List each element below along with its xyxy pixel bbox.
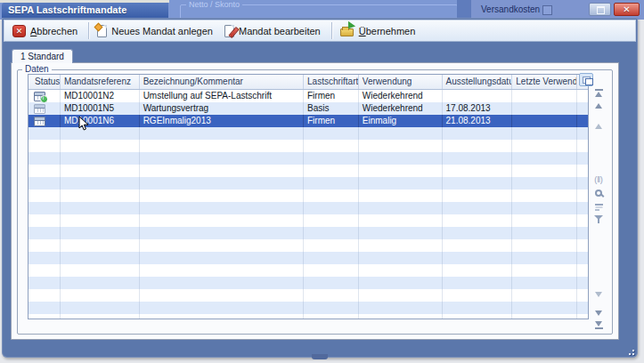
fit-column-width-icon[interactable]: (‖): [590, 173, 607, 186]
empty-table-row: [29, 264, 588, 277]
empty-table-row: [29, 239, 588, 252]
column-header-verwendung[interactable]: Verwendung: [359, 75, 443, 89]
column-header-letzte-verwendung[interactable]: Letzte Verwendung: [512, 75, 577, 89]
scroll-to-top-icon[interactable]: [590, 86, 607, 99]
empty-table-row: [29, 252, 588, 264]
neues-mandat-anlegen-button[interactable]: Neues Mandat anlegen: [93, 23, 220, 39]
sort-icon[interactable]: [590, 201, 607, 214]
empty-table-row: [29, 277, 588, 289]
check-badge-icon: [40, 95, 48, 103]
background-shipping-area: Versandkosten ✕: [471, 0, 644, 20]
row-up-icon[interactable]: [590, 112, 607, 125]
dialog-titlebar[interactable]: SEPA Lastschriftmandate: [2, 3, 168, 18]
column-chooser-icon[interactable]: [579, 73, 593, 86]
page-up-icon[interactable]: [590, 100, 607, 112]
edit-document-icon: [224, 25, 234, 37]
table-row[interactable]: MD10001N5 Wartungsvertrag Basis Wiederke…: [29, 102, 588, 115]
empty-table-row: [29, 177, 588, 190]
resize-grip[interactable]: [625, 346, 634, 355]
empty-table-row: [29, 289, 588, 302]
cancel-icon: [12, 25, 26, 37]
content-panel: Daten Status Mandatsreferenz Bezeichnung…: [11, 62, 619, 340]
close-window-button[interactable]: ✕: [614, 3, 640, 16]
background-field-stub: [542, 5, 552, 15]
toolbar-separator: [331, 22, 332, 39]
restore-window-button[interactable]: [589, 3, 611, 16]
mandates-table: Status Mandatsreferenz Bezeichnung/Komme…: [28, 74, 589, 319]
empty-table-row: [29, 190, 588, 202]
row-down-icon[interactable]: [590, 295, 607, 308]
empty-table-row: [29, 140, 588, 152]
table-header-row: Status Mandatsreferenz Bezeichnung/Komme…: [29, 75, 588, 90]
empty-table-row: [29, 202, 588, 214]
abbrechen-button[interactable]: Abbrechen: [8, 23, 85, 39]
new-document-icon: [97, 25, 107, 37]
abbrechen-label: Abbrechen: [30, 26, 77, 36]
search-icon[interactable]: [590, 187, 607, 199]
mouse-cursor: [78, 116, 89, 132]
empty-table-row: [29, 152, 588, 165]
bottom-notch: [312, 354, 328, 359]
mandate-grid-icon: [34, 104, 45, 114]
background-divider: [457, 0, 471, 20]
uebernehmen-label: Übernehmen: [359, 26, 416, 36]
column-header-status[interactable]: Status: [29, 75, 61, 89]
mandat-bearbeiten-label: Mandat bearbeiten: [239, 26, 321, 36]
table-row-selected[interactable]: MD10001N6 RGEInmalig2013 Firmen Einmalig…: [29, 115, 588, 127]
mandate-grid-ok-icon: [34, 92, 45, 101]
screen: Netto / Skonto Versandkosten ✕ SEPA Last…: [0, 0, 644, 363]
tab-standard[interactable]: 1 Standard: [12, 49, 73, 63]
background-group-label: Netto / Skonto: [186, 0, 242, 9]
daten-group-label: Daten: [22, 64, 52, 74]
column-header-ausstellungsdatum[interactable]: Ausstellungsdatum: [443, 75, 513, 89]
uebernehmen-button[interactable]: Übernehmen: [336, 23, 423, 38]
table-row[interactable]: MD10001N2 Umstellung auf SEPA-Lastschrif…: [29, 90, 588, 102]
empty-table-row: [29, 227, 588, 239]
toolbar-separator: [88, 22, 89, 39]
column-header-lastschriftart[interactable]: Lastschriftart: [304, 75, 359, 89]
empty-table-row: [29, 214, 588, 227]
dialog-title: SEPA Lastschriftmandate: [8, 4, 126, 15]
mandate-grid-icon: [34, 117, 45, 126]
filter-icon[interactable]: [590, 214, 607, 226]
empty-table-row: [29, 314, 588, 319]
neues-mandat-anlegen-label: Neues Mandat anlegen: [111, 26, 213, 36]
mandat-bearbeiten-button[interactable]: Mandat bearbeiten: [220, 23, 328, 39]
empty-table-row: [29, 165, 588, 177]
scroll-to-bottom-icon[interactable]: [590, 319, 607, 331]
column-header-mandatsreferenz[interactable]: Mandatsreferenz: [61, 75, 140, 89]
background-shipping-label: Versandkosten: [481, 4, 540, 14]
apply-icon: [340, 25, 355, 36]
column-header-bezeichnung[interactable]: Bezeichnung/Kommentar: [140, 75, 304, 89]
page-down-icon[interactable]: [590, 307, 607, 319]
empty-table-row: [29, 302, 588, 314]
empty-table-row: [29, 127, 588, 140]
toolbar: Abbrechen Neues Mandat anlegen Mandat be…: [4, 20, 636, 42]
table-filler-rows: [29, 127, 588, 319]
